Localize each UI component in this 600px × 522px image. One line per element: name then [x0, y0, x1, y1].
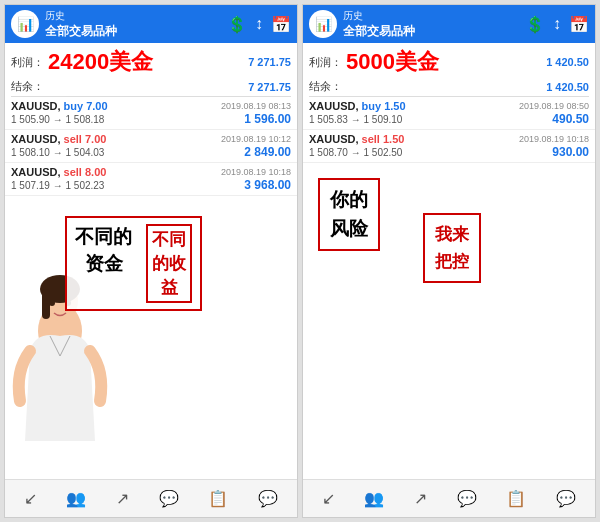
- left-trade2-profit: 2 849.00: [244, 145, 291, 159]
- svg-rect-3: [42, 289, 50, 319]
- left-trade-3[interactable]: XAUUSD, sell 8.00 2019.08.19 10:18 1 507…: [5, 163, 297, 196]
- left-trading-label: 全部交易品种: [45, 23, 221, 40]
- right-bottom-icon-6[interactable]: 💬: [556, 489, 576, 508]
- right-trade2-type: sell 1.50: [362, 133, 405, 145]
- left-trade3-date: 2019.08.19 10:18: [221, 167, 291, 177]
- left-trade2-type: sell 7.00: [64, 133, 107, 145]
- left-text-sub: 不同的收益: [146, 224, 192, 303]
- right-bottom-bar: ↙ 👥 ↗ 💬 📋 💬: [303, 479, 595, 517]
- right-trading-label: 全部交易品种: [343, 23, 519, 40]
- left-calendar-icon[interactable]: 📅: [271, 15, 291, 34]
- right-header: 📊 历史 全部交易品种 💲 ↕ 📅: [303, 5, 595, 43]
- left-header: 📊 历史 全部交易品种 💲 ↕ 📅: [5, 5, 297, 43]
- left-balance-label: 结余：: [11, 79, 44, 94]
- right-trade-2[interactable]: XAUUSD, sell 1.50 2019.08.19 10:18 1 508…: [303, 130, 595, 163]
- left-money-icon[interactable]: 💲: [227, 15, 247, 34]
- left-profit-row: 利润： 24200美金 7 271.75: [5, 43, 297, 77]
- right-trade1-date: 2019.08.19 08:50: [519, 101, 589, 111]
- left-bottom-icon-1[interactable]: ↙: [24, 489, 37, 508]
- left-bottom-icon-6[interactable]: 💬: [258, 489, 278, 508]
- right-history-label: 历史: [343, 9, 519, 23]
- left-header-icon: 📊: [11, 10, 39, 38]
- left-trade2-date: 2019.08.19 10:12: [221, 134, 291, 144]
- left-trade3-type: sell 8.00: [64, 166, 107, 178]
- right-text-box-sub: 我来把控: [423, 213, 481, 283]
- right-trade2-profit: 930.00: [552, 145, 589, 159]
- right-text-box-main: 你的风险: [318, 178, 380, 251]
- right-profit-value: 1 420.50: [546, 56, 589, 68]
- left-trade1-profit: 1 596.00: [244, 112, 291, 126]
- left-bottom-icon-5[interactable]: 📋: [208, 489, 228, 508]
- right-balance-label: 结余：: [309, 79, 342, 94]
- left-trade3-profit: 3 968.00: [244, 178, 291, 192]
- right-bottom-icon-3[interactable]: ↗: [414, 489, 427, 508]
- right-profit-row: 利润： 5000美金 1 420.50: [303, 43, 595, 77]
- right-text-main: 你的风险: [330, 189, 368, 239]
- right-header-actions: 💲 ↕ 📅: [525, 15, 589, 34]
- left-bottom-icon-4[interactable]: 💬: [159, 489, 179, 508]
- left-bottom-bar: ↙ 👥 ↗ 💬 📋 💬: [5, 479, 297, 517]
- right-trade-1[interactable]: XAUUSD, buy 1.50 2019.08.19 08:50 1 505.…: [303, 97, 595, 130]
- right-bottom-icon-4[interactable]: 💬: [457, 489, 477, 508]
- right-text-sub: 我来把控: [435, 225, 469, 271]
- left-trade3-symbol: XAUUSD, sell 8.00: [11, 166, 106, 178]
- right-panel: 📊 历史 全部交易品种 💲 ↕ 📅 利润： 5000美金 1 420.50 结余…: [302, 4, 596, 518]
- left-panel: 📊 历史 全部交易品种 💲 ↕ 📅 利润： 24200美金 7 271.75 结…: [4, 4, 298, 518]
- left-profit-value: 7 271.75: [248, 56, 291, 68]
- right-trade1-price: 1 505.83 → 1 509.10: [309, 114, 402, 125]
- right-calendar-icon[interactable]: 📅: [569, 15, 589, 34]
- right-header-icon: 📊: [309, 10, 337, 38]
- right-trade2-date: 2019.08.19 10:18: [519, 134, 589, 144]
- right-trade2-symbol: XAUUSD, sell 1.50: [309, 133, 404, 145]
- left-trade-2[interactable]: XAUUSD, sell 7.00 2019.08.19 10:12 1 508…: [5, 130, 297, 163]
- right-header-title: 历史 全部交易品种: [343, 9, 519, 40]
- right-balance-value: 1 420.50: [546, 81, 589, 93]
- left-trade1-type: buy 7.00: [64, 100, 108, 112]
- right-bottom-icon-1[interactable]: ↙: [322, 489, 335, 508]
- left-sort-icon[interactable]: ↕: [255, 15, 263, 33]
- right-middle: 你的风险 我来把控: [303, 163, 595, 479]
- left-trade1-price: 1 505.90 → 1 508.18: [11, 114, 104, 125]
- left-header-title: 历史 全部交易品种: [45, 9, 221, 40]
- left-header-actions: 💲 ↕ 📅: [227, 15, 291, 34]
- left-profit-amount: 24200美金: [48, 47, 153, 77]
- left-trade2-symbol: XAUUSD, sell 7.00: [11, 133, 106, 145]
- right-bottom-icon-2[interactable]: 👥: [364, 489, 384, 508]
- left-trade2-price: 1 508.10 → 1 504.03: [11, 147, 104, 158]
- svg-point-4: [49, 300, 55, 306]
- left-text-main: 不同的资金: [75, 224, 132, 303]
- left-profit-label: 利润：: [11, 55, 44, 70]
- left-bottom-icon-3[interactable]: ↗: [116, 489, 129, 508]
- left-text-box-main: 不同的资金 不同的收益: [65, 216, 202, 311]
- right-balance-row: 结余： 1 420.50: [303, 77, 595, 96]
- left-bottom-icon-2[interactable]: 👥: [66, 489, 86, 508]
- left-balance-row: 结余： 7 271.75: [5, 77, 297, 96]
- right-sort-icon[interactable]: ↕: [553, 15, 561, 33]
- left-trade3-price: 1 507.19 → 1 502.23: [11, 180, 104, 191]
- right-trade1-type: buy 1.50: [362, 100, 406, 112]
- right-profit-label: 利润：: [309, 55, 342, 70]
- right-trade1-profit: 490.50: [552, 112, 589, 126]
- right-trade2-price: 1 508.70 → 1 502.50: [309, 147, 402, 158]
- right-profit-amount: 5000美金: [346, 47, 439, 77]
- right-trade1-symbol: XAUUSD, buy 1.50: [309, 100, 406, 112]
- left-trade1-date: 2019.08.19 08:13: [221, 101, 291, 111]
- left-trade-1[interactable]: XAUUSD, buy 7.00 2019.08.19 08:13 1 505.…: [5, 97, 297, 130]
- right-money-icon[interactable]: 💲: [525, 15, 545, 34]
- left-trade1-symbol: XAUUSD, buy 7.00: [11, 100, 108, 112]
- right-bottom-icon-5[interactable]: 📋: [506, 489, 526, 508]
- left-history-label: 历史: [45, 9, 221, 23]
- left-balance-value: 7 271.75: [248, 81, 291, 93]
- left-middle: 不同的资金 不同的收益: [5, 196, 297, 479]
